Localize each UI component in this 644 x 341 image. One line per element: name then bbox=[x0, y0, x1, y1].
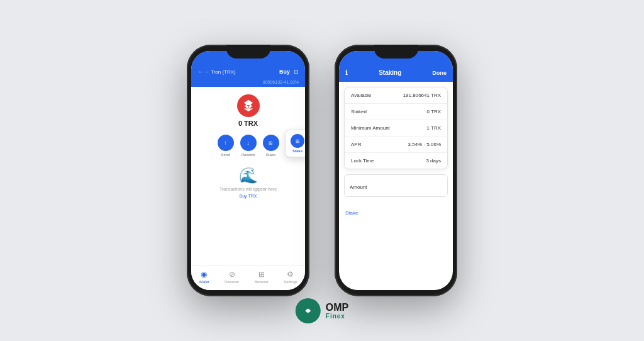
tab-discover[interactable]: ⊘ Discover bbox=[225, 270, 239, 284]
left-header: ← ← Tron (TRX) Buy ⊡ bbox=[191, 51, 305, 80]
available-row: Available 191.806641 TRX bbox=[345, 87, 447, 104]
buy-trx-link[interactable]: Buy TRX bbox=[240, 194, 257, 198]
receive-icon: ↓ bbox=[247, 140, 250, 146]
scene: ← ← Tron (TRX) Buy ⊡ 80506132-41.03% bbox=[0, 0, 644, 341]
stake-action-area: Stake bbox=[339, 201, 453, 222]
amount-label: Amount bbox=[350, 184, 367, 190]
lock-time-row: Lock Time 3 days bbox=[345, 153, 447, 169]
browser-tab-icon: ⊞ bbox=[258, 270, 265, 279]
staked-row: Staked 0 TRX bbox=[345, 104, 447, 120]
brand-name: OMP bbox=[326, 303, 348, 313]
empty-state: 🌊 Transactions will appear here Buy TRX bbox=[191, 162, 305, 203]
minimum-amount-row: Minimum Amount 1 TRX bbox=[345, 120, 447, 137]
coin-icon: T bbox=[237, 94, 260, 117]
left-phone-screen: ← ← Tron (TRX) Buy ⊡ 80506132-41.03% bbox=[191, 51, 305, 290]
price-bar: 80506132-41.03% bbox=[191, 80, 305, 87]
svg-point-3 bbox=[307, 310, 309, 312]
back-button[interactable]: ← ← Tron (TRX) bbox=[197, 69, 236, 75]
apr-row: APR 3.54% - 5.06% bbox=[345, 137, 447, 153]
done-button[interactable]: Done bbox=[433, 70, 447, 76]
left-phone: ← ← Tron (TRX) Buy ⊡ 80506132-41.03% bbox=[187, 45, 309, 296]
amount-section: Amount bbox=[344, 174, 448, 197]
info-icon[interactable]: ℹ bbox=[345, 69, 348, 77]
brand-logo: OMP Finex bbox=[296, 298, 348, 323]
coin-balance: 0 TRX bbox=[238, 120, 258, 127]
header-actions: Buy ⊡ bbox=[279, 69, 299, 75]
tab-wallet[interactable]: ◉ Wallet bbox=[199, 270, 209, 284]
send-icon: ↑ bbox=[224, 140, 227, 146]
wallet-icon: ⊡ bbox=[294, 69, 299, 75]
receive-button[interactable]: ↓ Receive bbox=[240, 135, 257, 157]
brand-subtitle: Finex bbox=[326, 313, 345, 320]
tab-settings[interactable]: ⚙ Settings bbox=[284, 270, 297, 284]
stake-popup-icon: ⊞ bbox=[296, 138, 300, 144]
right-phone-screen: ℹ Staking Done Available 191.806641 TRX … bbox=[339, 51, 453, 290]
action-buttons: ↑ Send ↓ Receive ⊞ Stake bbox=[191, 132, 305, 162]
wallet-tab-icon: ◉ bbox=[201, 270, 207, 279]
brand-icon bbox=[296, 298, 321, 323]
stake-action-button[interactable]: Stake bbox=[345, 210, 358, 216]
svg-text:T: T bbox=[247, 104, 250, 109]
right-header: ℹ Staking Done bbox=[339, 51, 453, 82]
settings-tab-icon: ⚙ bbox=[287, 270, 294, 279]
tab-browser[interactable]: ⊞ Browser bbox=[255, 270, 269, 284]
stake-popup[interactable]: ⊞ Stake bbox=[285, 130, 305, 157]
stake-button-main[interactable]: ⊞ Stake bbox=[263, 135, 279, 157]
buy-button[interactable]: Buy bbox=[279, 69, 290, 75]
coin-section: T 0 TRX bbox=[191, 87, 305, 132]
bottom-tabs: ◉ Wallet ⊘ Discover ⊞ Browser ⚙ Settings bbox=[191, 266, 305, 290]
right-phone: ℹ Staking Done Available 191.806641 TRX … bbox=[335, 45, 457, 296]
empty-illustration: 🌊 bbox=[239, 167, 258, 184]
staking-panel: Available 191.806641 TRX Staked 0 TRX Mi… bbox=[344, 87, 448, 169]
send-button[interactable]: ↑ Send bbox=[218, 135, 234, 157]
discover-tab-icon: ⊘ bbox=[229, 270, 235, 279]
stake-icon: ⊞ bbox=[269, 140, 273, 146]
